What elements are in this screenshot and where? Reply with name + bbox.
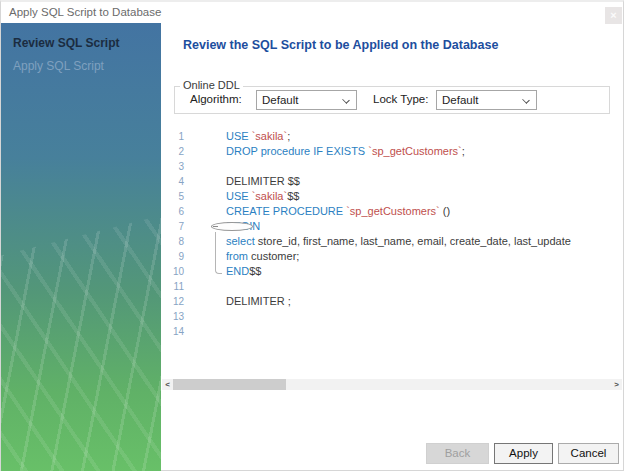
wizard-sidebar: Review SQL Script Apply SQL Script [1, 23, 161, 471]
code-line: 10END$$ [162, 264, 622, 279]
sql-code-editor[interactable]: 1USE `sakila`;2DROP procedure IF EXISTS … [162, 129, 622, 369]
cancel-button[interactable]: Cancel [558, 443, 619, 464]
fold-margin [184, 204, 226, 219]
lock-type-label: Lock Type: [373, 93, 428, 105]
horizontal-scrollbar[interactable]: < > [162, 379, 622, 390]
back-button[interactable]: Back [426, 443, 489, 464]
code-line: 13 [162, 309, 622, 324]
fold-margin [184, 279, 226, 294]
fold-margin [184, 144, 226, 159]
code-text [226, 309, 622, 324]
code-text: DELIMITER $$ [226, 174, 622, 189]
line-number: 3 [162, 159, 184, 174]
code-line: 5USE `sakila`$$ [162, 189, 622, 204]
line-number: 12 [162, 294, 184, 309]
code-text: BEGIN [226, 219, 622, 234]
line-number: 1 [162, 129, 184, 144]
fold-margin [184, 159, 226, 174]
code-line: 14 [162, 324, 622, 339]
code-line: 1USE `sakila`; [162, 129, 622, 144]
fold-margin [184, 189, 226, 204]
line-number: 14 [162, 324, 184, 339]
code-text: select store_id, first_name, last_name, … [226, 234, 622, 249]
lock-type-select[interactable]: Default [436, 90, 537, 110]
fold-margin [184, 129, 226, 144]
window-title: Apply SQL Script to Database [9, 6, 161, 18]
code-line: 9from customer; [162, 249, 622, 264]
fold-mid-icon [184, 249, 226, 264]
online-ddl-legend: Online DDL [180, 79, 243, 91]
code-text [226, 279, 622, 294]
sidebar-item-review-sql-script: Review SQL Script [1, 32, 161, 55]
fold-margin [184, 174, 226, 189]
code-text [226, 159, 622, 174]
code-line: 2DROP procedure IF EXISTS `sp_getCustome… [162, 144, 622, 159]
chevron-down-icon [522, 96, 530, 104]
code-text: from customer; [226, 249, 622, 264]
scrollbar-thumb[interactable] [173, 379, 286, 390]
algorithm-label: Algorithm: [190, 93, 242, 105]
lock-type-selected-value: Default [442, 94, 478, 106]
code-line: 8select store_id, first_name, last_name,… [162, 234, 622, 249]
line-number: 7 [162, 219, 184, 234]
chevron-down-icon [342, 96, 350, 104]
code-text: USE `sakila`$$ [226, 189, 622, 204]
code-text: END$$ [226, 264, 622, 279]
code-line: 3 [162, 159, 622, 174]
line-number: 4 [162, 174, 184, 189]
apply-button[interactable]: Apply [494, 443, 553, 464]
line-number: 13 [162, 309, 184, 324]
page-title: Review the SQL Script to be Applied on t… [183, 38, 498, 52]
code-line: 4DELIMITER $$ [162, 174, 622, 189]
algorithm-select[interactable]: Default [256, 90, 357, 110]
code-text [226, 324, 622, 339]
apply-sql-script-dialog: Apply SQL Script to Database × Review SQ… [0, 0, 624, 471]
fold-margin [184, 294, 226, 309]
fold-margin [184, 324, 226, 339]
fold-start-icon[interactable] [211, 222, 253, 231]
code-line: 6CREATE PROCEDURE `sp_getCustomers` () [162, 204, 622, 219]
fold-margin [184, 309, 226, 324]
code-text: CREATE PROCEDURE `sp_getCustomers` () [226, 204, 622, 219]
algorithm-selected-value: Default [262, 94, 298, 106]
code-text: DELIMITER ; [226, 294, 622, 309]
fold-mid-icon [184, 234, 226, 249]
line-number: 5 [162, 189, 184, 204]
scroll-right-icon[interactable]: > [611, 379, 622, 390]
line-number: 10 [162, 264, 184, 279]
line-number: 11 [162, 279, 184, 294]
code-text: USE `sakila`; [226, 129, 622, 144]
code-line: 11 [162, 279, 622, 294]
code-text: DROP procedure IF EXISTS `sp_getCustomer… [226, 144, 622, 159]
wizard-steps: Review SQL Script Apply SQL Script [1, 23, 161, 78]
line-number: 9 [162, 249, 184, 264]
sidebar-item-apply-sql-script: Apply SQL Script [1, 55, 161, 78]
line-number: 6 [162, 204, 184, 219]
line-number: 2 [162, 144, 184, 159]
scroll-left-icon[interactable]: < [162, 379, 173, 390]
code-line: 7BEGIN [162, 219, 622, 234]
line-number: 8 [162, 234, 184, 249]
fold-end-icon [184, 264, 226, 279]
code-line: 12DELIMITER ; [162, 294, 622, 309]
close-icon[interactable]: × [605, 7, 622, 24]
